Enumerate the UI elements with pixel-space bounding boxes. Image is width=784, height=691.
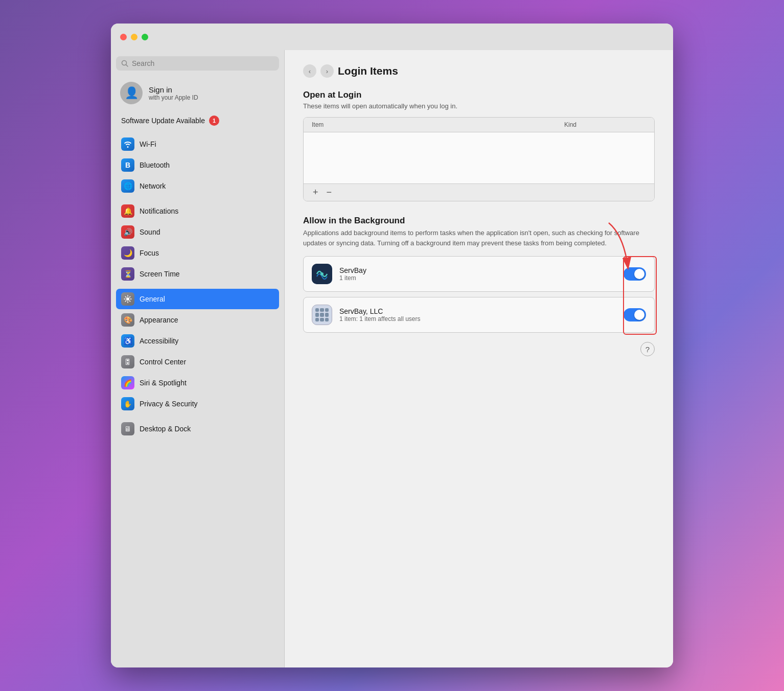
- wifi-icon: [121, 137, 134, 151]
- signin-main-label: Sign in: [149, 85, 198, 94]
- signin-row[interactable]: 👤 Sign in with your Apple ID: [116, 78, 279, 109]
- sidebar-item-label-general: General: [140, 295, 165, 303]
- sidebar-item-focus[interactable]: 🌙 Focus: [116, 243, 279, 263]
- servbay-app-info: ServBay 1 item: [339, 266, 616, 282]
- servbay-llc-app-info: ServBay, LLC 1 item: 1 item affects all …: [339, 307, 616, 323]
- siri-icon: 🌈: [121, 376, 134, 389]
- sidebar-item-label-sound: Sound: [140, 228, 160, 236]
- col-header-kind: Kind: [564, 121, 646, 128]
- appearance-icon: 🎨: [121, 313, 134, 327]
- sidebar-item-label-wifi: Wi-Fi: [140, 140, 156, 148]
- sidebar-item-label-desktop: Desktop & Dock: [140, 425, 191, 433]
- table-header: Item Kind: [304, 118, 654, 132]
- update-badge: 1: [209, 116, 219, 126]
- sidebar-item-network[interactable]: 🌐 Network: [116, 176, 279, 196]
- avatar: 👤: [120, 82, 143, 104]
- apps-list: ServBay 1 item: [303, 256, 655, 333]
- sidebar-item-bluetooth[interactable]: B Bluetooth: [116, 155, 279, 175]
- sidebar-item-sound[interactable]: 🔊 Sound: [116, 222, 279, 242]
- signin-sub-label: with your Apple ID: [149, 94, 198, 101]
- search-bar[interactable]: [116, 56, 279, 71]
- sidebar-item-privacy[interactable]: ✋ Privacy & Security: [116, 394, 279, 414]
- back-button[interactable]: ‹: [303, 64, 316, 78]
- servbay-app-icon: [312, 264, 332, 284]
- privacy-icon: ✋: [121, 397, 134, 410]
- signin-text: Sign in with your Apple ID: [149, 85, 198, 101]
- svg-point-2: [126, 297, 129, 301]
- sidebar-item-appearance[interactable]: 🎨 Appearance: [116, 310, 279, 330]
- sidebar-item-label-controlcenter: Control Center: [140, 358, 186, 366]
- servbay-llc-app-item: ServBay, LLC 1 item: 1 item affects all …: [303, 297, 655, 333]
- remove-login-item-button[interactable]: −: [322, 186, 336, 199]
- update-label: Software Update Available: [121, 117, 205, 125]
- close-button[interactable]: [120, 34, 127, 40]
- titlebar: [111, 24, 673, 50]
- allow-background-desc: Applications add background items to per…: [303, 228, 655, 248]
- sidebar-item-label-privacy: Privacy & Security: [140, 400, 198, 408]
- maximize-button[interactable]: [142, 34, 148, 40]
- forward-button[interactable]: ›: [320, 64, 334, 78]
- allow-background-section: Allow in the Background Applications add…: [303, 216, 655, 356]
- open-at-login-section: Open at Login These items will open auto…: [303, 90, 655, 201]
- sidebar-item-accessibility[interactable]: ♿ Accessibility: [116, 331, 279, 351]
- servbay-llc-toggle-wrap[interactable]: [624, 308, 646, 321]
- servbay-app-sub: 1 item: [339, 274, 616, 282]
- software-update-row[interactable]: Software Update Available 1: [116, 112, 279, 131]
- sidebar-item-label-bluetooth: Bluetooth: [140, 161, 170, 169]
- controlcenter-icon: 🎛: [121, 355, 134, 368]
- sidebar-item-label-appearance: Appearance: [140, 316, 178, 324]
- sidebar-item-general[interactable]: General: [116, 289, 279, 309]
- sidebar-item-screentime[interactable]: ⏳ Screen Time: [116, 264, 279, 284]
- sidebar-item-wifi[interactable]: Wi-Fi: [116, 134, 279, 154]
- sidebar-item-label-focus: Focus: [140, 249, 159, 257]
- servbay-app-item: ServBay 1 item: [303, 256, 655, 292]
- servbay-llc-app-name: ServBay, LLC: [339, 307, 616, 315]
- sidebar-item-notifications[interactable]: 🔔 Notifications: [116, 201, 279, 221]
- page-title: Login Items: [338, 65, 398, 77]
- sidebar-item-desktop[interactable]: 🖥 Desktop & Dock: [116, 419, 279, 439]
- login-items-table: Item Kind + −: [303, 117, 655, 201]
- sidebar-item-controlcenter[interactable]: 🎛 Control Center: [116, 352, 279, 372]
- allow-background-title: Allow in the Background: [303, 216, 655, 226]
- network-icon: 🌐: [121, 179, 134, 193]
- notifications-icon: 🔔: [121, 204, 134, 218]
- sound-icon: 🔊: [121, 225, 134, 239]
- sidebar-item-siri[interactable]: 🌈 Siri & Spotlight: [116, 373, 279, 393]
- sidebar: 👤 Sign in with your Apple ID Software Up…: [111, 50, 285, 667]
- servbay-llc-app-sub: 1 item: 1 item affects all users: [339, 315, 616, 323]
- servbay-app-name: ServBay: [339, 266, 616, 274]
- general-icon: [121, 292, 134, 306]
- sidebar-item-label-siri: Siri & Spotlight: [140, 379, 187, 387]
- servbay-toggle[interactable]: [624, 267, 646, 281]
- table-actions: + −: [304, 183, 654, 201]
- sidebar-item-label-screentime: Screen Time: [140, 270, 180, 278]
- servbay-toggle-wrap[interactable]: [624, 267, 646, 281]
- open-at-login-title: Open at Login: [303, 90, 655, 100]
- accessibility-icon: ♿: [121, 334, 134, 348]
- add-login-item-button[interactable]: +: [309, 186, 322, 199]
- servbay-llc-app-icon: [312, 305, 332, 325]
- servbay-app-container: ServBay 1 item: [303, 256, 655, 333]
- main-content: ‹ › Login Items Open at Login These item…: [285, 50, 673, 667]
- search-input[interactable]: [132, 59, 274, 67]
- sidebar-item-label-accessibility: Accessibility: [140, 337, 178, 345]
- open-at-login-desc: These items will open automatically when…: [303, 102, 655, 110]
- table-body: [304, 132, 654, 183]
- focus-icon: 🌙: [121, 246, 134, 260]
- search-icon: [121, 60, 128, 67]
- svg-line-1: [126, 65, 128, 67]
- bluetooth-icon: B: [121, 158, 134, 172]
- svg-point-5: [320, 272, 324, 275]
- system-preferences-window: 👤 Sign in with your Apple ID Software Up…: [111, 24, 673, 667]
- col-header-item: Item: [312, 121, 564, 128]
- sidebar-item-label-network: Network: [140, 182, 166, 190]
- sidebar-item-label-notifications: Notifications: [140, 207, 178, 215]
- avatar-icon: 👤: [125, 86, 139, 100]
- window-content: 👤 Sign in with your Apple ID Software Up…: [111, 50, 673, 667]
- desktop-icon: 🖥: [121, 422, 134, 435]
- help-button[interactable]: ?: [640, 342, 655, 356]
- minimize-button[interactable]: [131, 34, 137, 40]
- servbay-llc-toggle[interactable]: [624, 308, 646, 321]
- nav-header: ‹ › Login Items: [303, 64, 655, 78]
- screentime-icon: ⏳: [121, 267, 134, 281]
